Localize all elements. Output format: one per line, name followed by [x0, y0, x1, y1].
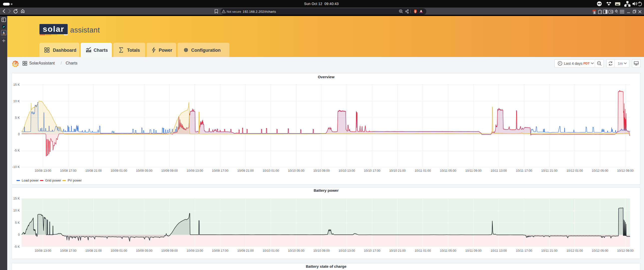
- svg-text:15 K: 15 K: [13, 83, 20, 86]
- svg-text:10/09 05:00: 10/09 05:00: [136, 249, 152, 252]
- svg-text:10/11 01:00: 10/11 01:00: [414, 249, 431, 252]
- svg-text:10/09 17:00: 10/09 17:00: [212, 169, 228, 173]
- svg-text:10/10 13:00: 10/10 13:00: [338, 249, 355, 252]
- svg-text:10/12 09:00: 10/12 09:00: [617, 249, 634, 252]
- svg-text:10/09 21:00: 10/09 21:00: [237, 169, 254, 173]
- svg-text:10/11 09:00: 10/11 09:00: [465, 249, 482, 252]
- svg-text:10/11 21:00: 10/11 21:00: [541, 249, 558, 252]
- svg-text:10/10 01:00: 10/10 01:00: [262, 169, 279, 173]
- svg-text:10/09 05:00: 10/09 05:00: [136, 169, 152, 173]
- svg-text:0: 0: [18, 132, 20, 136]
- svg-text:10/12 09:00: 10/12 09:00: [617, 169, 634, 173]
- svg-text:10/09 01:00: 10/09 01:00: [110, 249, 127, 252]
- svg-text:10/10 05:00: 10/10 05:00: [288, 169, 304, 173]
- svg-text:10/10 17:00: 10/10 17:00: [364, 249, 380, 252]
- svg-text:10/10 05:00: 10/10 05:00: [288, 249, 304, 252]
- svg-text:10/11 17:00: 10/11 17:00: [516, 169, 532, 173]
- svg-text:10/09 01:00: 10/09 01:00: [110, 169, 127, 173]
- svg-text:10/09 09:00: 10/09 09:00: [161, 169, 178, 173]
- svg-text:10/10 13:00: 10/10 13:00: [338, 169, 355, 173]
- svg-text:10/11 09:00: 10/11 09:00: [465, 169, 482, 173]
- svg-text:10/11 17:00: 10/11 17:00: [516, 249, 532, 252]
- svg-text:10 K: 10 K: [13, 99, 20, 103]
- svg-text:10/11 05:00: 10/11 05:00: [440, 249, 456, 252]
- svg-text:10/08 21:00: 10/08 21:00: [85, 169, 102, 173]
- svg-text:10/12 01:00: 10/12 01:00: [566, 169, 583, 173]
- svg-text:10/12 05:00: 10/12 05:00: [592, 169, 608, 173]
- svg-text:10/08 13:00: 10/08 13:00: [35, 249, 51, 252]
- svg-text:10/09 13:00: 10/09 13:00: [187, 249, 203, 252]
- svg-text:10/10 01:00: 10/10 01:00: [262, 249, 279, 252]
- svg-text:-5 K: -5 K: [14, 245, 20, 248]
- svg-text:10/11 13:00: 10/11 13:00: [490, 249, 507, 252]
- svg-text:10/09 13:00: 10/09 13:00: [187, 169, 203, 173]
- svg-text:10/12 05:00: 10/12 05:00: [592, 249, 608, 252]
- svg-text:5 K: 5 K: [15, 221, 20, 224]
- svg-text:10/11 01:00: 10/11 01:00: [414, 169, 431, 173]
- svg-text:10/09 21:00: 10/09 21:00: [237, 249, 254, 252]
- svg-text:10/09 17:00: 10/09 17:00: [212, 249, 228, 252]
- svg-text:10/10 09:00: 10/10 09:00: [313, 249, 330, 252]
- svg-text:10/11 13:00: 10/11 13:00: [490, 169, 507, 173]
- svg-text:-5 K: -5 K: [14, 149, 20, 152]
- svg-text:10/08 17:00: 10/08 17:00: [60, 249, 76, 252]
- svg-text:10/08 13:00: 10/08 13:00: [35, 169, 51, 173]
- svg-text:15 K: 15 K: [13, 197, 20, 200]
- svg-text:10/10 21:00: 10/10 21:00: [389, 169, 406, 173]
- svg-text:10/10 17:00: 10/10 17:00: [364, 169, 380, 173]
- svg-text:-10 K: -10 K: [12, 165, 20, 169]
- svg-text:10/08 17:00: 10/08 17:00: [60, 169, 76, 173]
- svg-text:10/11 21:00: 10/11 21:00: [541, 169, 558, 173]
- svg-text:0: 0: [18, 233, 20, 236]
- svg-text:5 K: 5 K: [15, 116, 20, 119]
- svg-text:10 K: 10 K: [13, 209, 20, 212]
- svg-text:10/08 21:00: 10/08 21:00: [85, 249, 102, 252]
- svg-text:10/10 09:00: 10/10 09:00: [313, 169, 330, 173]
- svg-text:10/11 05:00: 10/11 05:00: [440, 169, 456, 173]
- svg-text:10/09 09:00: 10/09 09:00: [161, 249, 178, 252]
- svg-text:10/10 21:00: 10/10 21:00: [389, 249, 406, 252]
- svg-text:10/12 01:00: 10/12 01:00: [566, 249, 583, 252]
